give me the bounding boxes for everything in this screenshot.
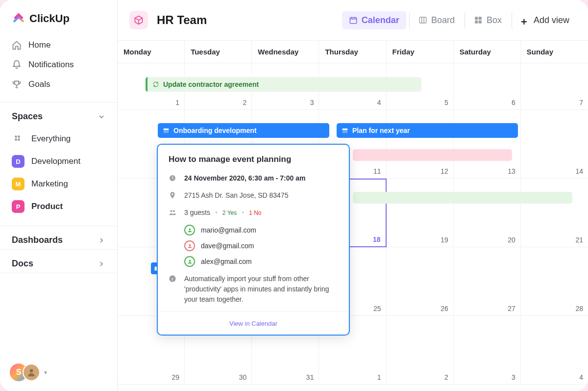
dayhead-wed: Wednesday [252, 41, 319, 63]
logo-text: ClickUp [29, 12, 70, 25]
popover-guests-count: 3 guests [184, 208, 210, 218]
nav-home[interactable]: Home [4, 35, 113, 55]
cal-cell[interactable]: 3 [454, 316, 521, 385]
caret-down-icon: ▼ [43, 370, 48, 375]
view-board-label: Board [431, 15, 455, 26]
spaces-header[interactable]: Spaces [0, 102, 117, 126]
svg-rect-10 [479, 21, 482, 24]
dayhead-fri: Friday [387, 41, 454, 63]
space-development[interactable]: D Development [4, 150, 113, 173]
view-box[interactable]: Box [465, 11, 509, 29]
cube-icon [134, 15, 144, 25]
space-product-label: Product [31, 202, 63, 211]
event-contractor-label: Update contractor agreement [163, 80, 259, 88]
guest-item: mario@gmail.com [184, 225, 338, 235]
logo-icon [12, 12, 25, 26]
event-lightgreen[interactable] [353, 192, 572, 204]
popover-location: 2715 Ash Dr. San Jose, SD 83475 [184, 190, 288, 201]
main: HR Team Calendar Board Box + Add view [118, 0, 588, 391]
event-contractor[interactable]: Update contractor agreement [146, 77, 421, 92]
calendar-icon [342, 127, 348, 134]
logo[interactable]: ClickUp [0, 0, 117, 33]
calendar-icon [163, 127, 170, 134]
chevron-right-icon [98, 260, 105, 268]
box-icon [474, 16, 483, 25]
space-development-badge: D [12, 155, 24, 168]
nav-goals-label: Goals [28, 79, 50, 89]
view-board[interactable]: Board [409, 11, 462, 29]
guest-avatar [184, 225, 195, 235]
cal-cell[interactable]: 26 [387, 247, 454, 316]
view-calendar-label: Calendar [362, 15, 399, 26]
docs-header-label: Docs [12, 259, 33, 269]
cal-cell[interactable]: 27 [454, 247, 521, 316]
popover-datetime: 24 November 2020, 6:30 am - 7:00 am [184, 173, 305, 183]
cal-cell[interactable]: 21 [521, 179, 588, 247]
space-marketing-label: Marketing [31, 179, 68, 189]
cal-cell[interactable]: 12 [387, 110, 454, 179]
space-product-badge: P [12, 200, 24, 213]
cal-cell[interactable]: 7 [521, 63, 588, 110]
popover-info: Automatically import your stuff from oth… [184, 274, 338, 305]
dayhead-tue: Tuesday [185, 41, 252, 63]
svg-point-4 [30, 369, 33, 372]
popover-title: How to manage event planning [169, 155, 338, 164]
add-view[interactable]: + Add view [512, 11, 576, 29]
space-everything[interactable]: Everything [4, 128, 113, 150]
space-marketing[interactable]: M Marketing [4, 173, 113, 195]
svg-point-3 [18, 139, 20, 140]
dayhead-sun: Sunday [521, 41, 588, 63]
cal-cell[interactable]: 6 [454, 63, 521, 110]
cal-cell[interactable]: 28 [521, 247, 588, 316]
guest-avatar [184, 240, 195, 251]
chevron-down-icon [98, 113, 105, 121]
event-pink[interactable] [353, 149, 512, 161]
svg-point-18 [170, 210, 172, 212]
calendar-icon [349, 16, 358, 25]
event-onboarding-label: Onboarding development [173, 127, 257, 134]
svg-rect-7 [475, 17, 478, 20]
chevron-right-icon [98, 236, 105, 244]
space-everything-label: Everything [31, 134, 71, 144]
event-onboarding[interactable]: Onboarding development [158, 123, 329, 138]
docs-header[interactable]: Docs [0, 249, 117, 273]
cal-cell[interactable]: 2 [387, 316, 454, 385]
svg-point-19 [173, 210, 175, 212]
event-plan[interactable]: Plan for next year [337, 123, 518, 138]
view-calendar[interactable]: Calendar [342, 11, 406, 29]
cal-cell[interactable]: 4 [521, 316, 588, 385]
cal-cell[interactable]: 13 [454, 110, 521, 179]
dashboards-header[interactable]: Dashboards [0, 226, 117, 249]
spaces-header-label: Spaces [12, 111, 43, 122]
nav-goals[interactable]: Goals [4, 75, 113, 94]
cal-cell[interactable]: 14 [521, 110, 588, 179]
guest-item: dave@gmail.com [184, 240, 338, 251]
nav-home-label: Home [28, 40, 50, 50]
svg-rect-5 [350, 18, 357, 24]
svg-point-1 [18, 136, 20, 137]
add-view-label: Add view [534, 15, 569, 26]
guest-email: dave@gmail.com [201, 242, 254, 250]
calendar-header-row: Monday Tuesday Wednesday Thursday Friday… [118, 41, 588, 63]
svg-rect-8 [479, 17, 482, 20]
event-popover: How to manage event planning 24 November… [157, 144, 350, 336]
refresh-icon [152, 81, 159, 88]
popover-footer: View in Calendar [158, 312, 349, 335]
view-box-label: Box [487, 15, 502, 26]
board-icon [418, 16, 427, 25]
guest-email: mario@gmail.com [201, 226, 256, 234]
space-product[interactable]: P Product [4, 195, 113, 218]
cal-cell[interactable]: 20 [454, 179, 521, 247]
view-in-calendar-link[interactable]: View in Calendar [229, 320, 277, 327]
svg-point-21 [189, 244, 191, 246]
cal-cell[interactable]: 19 [387, 179, 454, 247]
plus-icon: + [521, 16, 530, 25]
svg-point-0 [15, 136, 17, 137]
nav-notifications[interactable]: Notifications [4, 55, 113, 75]
user-switcher[interactable]: S ▼ [0, 354, 117, 391]
svg-point-2 [15, 139, 17, 140]
bell-icon [12, 60, 22, 70]
dayhead-sat: Saturday [454, 41, 521, 63]
trophy-icon [12, 79, 22, 89]
svg-point-22 [189, 260, 191, 261]
